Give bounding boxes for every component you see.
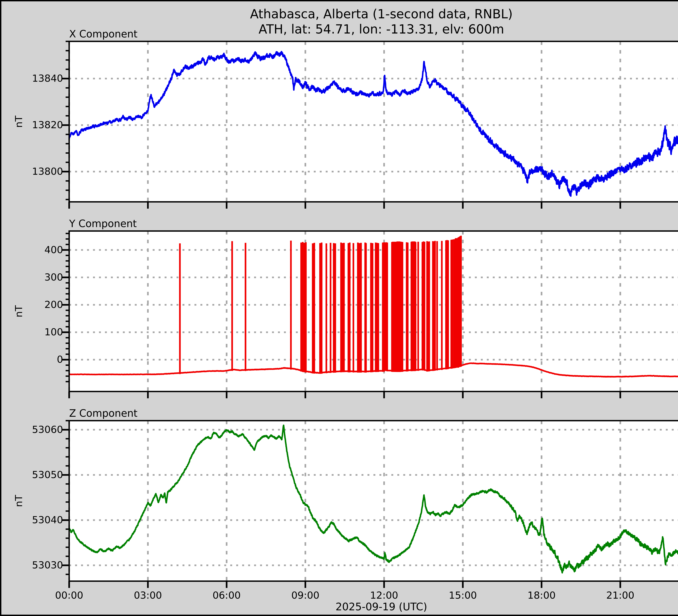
chart-svg-y: [69, 231, 678, 392]
title-line-2: ATH, lat: 54.71, lon: -113.31, elv: 600m: [67, 22, 678, 37]
series-line-x: [69, 52, 678, 196]
x-tick-label: 21:00: [596, 589, 645, 601]
x-tick-label: 15:00: [439, 589, 487, 601]
y-tick-label: 13840: [9, 73, 63, 84]
y-tick-label: 53040: [9, 514, 63, 526]
x-tick-label: 18:00: [517, 589, 566, 601]
series-line-z: [69, 425, 678, 573]
figure-title: Athabasca, Alberta (1-second data, RNBL)…: [67, 6, 678, 37]
axes-z: [69, 421, 678, 581]
axis-ticks: [62, 41, 620, 209]
y-tick-label: 300: [9, 271, 63, 283]
x-axis-label: 2025-09-19 (UTC): [67, 601, 678, 613]
y-tick-label: 53050: [9, 469, 63, 480]
y-axis-unit-label: nT: [13, 305, 25, 318]
x-tick-label: 00:00: [45, 589, 93, 601]
x-tick-label: 06:00: [202, 589, 251, 601]
y-axis-unit-label: nT: [13, 116, 25, 128]
y-tick-label: 53060: [9, 424, 63, 435]
gridlines: [69, 41, 678, 202]
panel-label-y: Y Component: [69, 218, 137, 229]
x-tick-label: 12:00: [360, 589, 409, 601]
title-line-1: Athabasca, Alberta (1-second data, RNBL): [67, 6, 678, 22]
series-line-y: [69, 363, 678, 377]
y-tick-label: 0: [9, 354, 63, 365]
y-tick-label: 13800: [9, 166, 63, 177]
y-axis-unit-label: nT: [13, 495, 25, 507]
y-tick-label: 400: [9, 244, 63, 255]
panel-label-z: Z Component: [69, 407, 138, 419]
chart-svg-z: [69, 421, 678, 581]
series-group-y: [69, 235, 678, 377]
axis-ticks: [62, 421, 620, 588]
x-tick-label: 03:00: [123, 589, 172, 601]
axes-x: [69, 41, 678, 202]
series-group-x: [69, 52, 678, 196]
chart-svg-x: [69, 41, 678, 202]
magnetogram-figure: Athabasca, Alberta (1-second data, RNBL)…: [0, 0, 678, 616]
gridlines: [69, 231, 678, 392]
y-tick-label: 53030: [9, 559, 63, 571]
panel-label-x: X Component: [69, 28, 138, 40]
x-tick-label: 09:00: [281, 589, 330, 601]
y-tick-label: 100: [9, 326, 63, 338]
axes-y: [69, 231, 678, 392]
series-group-z: [69, 425, 678, 573]
